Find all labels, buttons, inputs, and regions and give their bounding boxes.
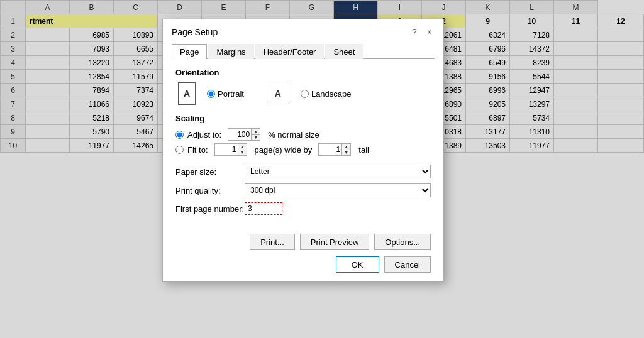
adjust-to-spin-down[interactable]: ▼: [252, 135, 260, 141]
scaling-section: Scaling Adjust to: 100 ▲ ▼ % normal size…: [175, 114, 431, 156]
portrait-radio-label[interactable]: Portrait: [207, 89, 244, 99]
tab-page[interactable]: Page: [172, 44, 207, 59]
print-preview-button[interactable]: Print Preview: [300, 234, 370, 250]
fit-wide-spinners: ▲ ▼: [238, 144, 247, 155]
dialog-footer-buttons: OK Cancel: [163, 256, 443, 281]
tab-header-footer[interactable]: Header/Footer: [255, 44, 325, 59]
adjust-to-input[interactable]: 100: [228, 129, 251, 140]
adjust-to-row: Adjust to: 100 ▲ ▼ % normal size: [175, 128, 431, 141]
orientation-options: A Portrait A Landscape: [175, 82, 431, 105]
fit-wide-spin-up[interactable]: ▲: [238, 144, 247, 150]
adjust-to-spingroup: 100 ▲ ▼: [228, 128, 260, 141]
fit-tall-input[interactable]: 1: [319, 144, 341, 155]
close-button[interactable]: ×: [425, 26, 435, 38]
dialog-tabs: Page Margins Header/Footer Sheet: [172, 43, 435, 59]
fit-tall-spin-down[interactable]: ▼: [342, 150, 350, 156]
dialog-body: Orientation A Portrait A Landscape Scali…: [163, 59, 443, 229]
first-page-number-input[interactable]: [245, 202, 282, 215]
dialog-title: Page Setup: [172, 27, 218, 37]
paper-size-select[interactable]: Letter A4 Legal A3: [245, 165, 431, 178]
portrait-label: Portrait: [218, 89, 244, 99]
fit-wide-spingroup: 1 ▲ ▼: [214, 143, 247, 156]
landscape-icon: A: [267, 85, 289, 102]
first-page-number-row: First page number:: [175, 202, 431, 215]
orientation-label: Orientation: [175, 68, 431, 77]
adjust-to-unit: % normal size: [268, 130, 319, 139]
dialog-titlebar: Page Setup ? ×: [163, 19, 443, 38]
page-setup-dialog: Page Setup ? × Page Margins Header/Foote…: [162, 19, 444, 282]
fit-to-row: Fit to: 1 ▲ ▼ page(s) wide by 1 ▲ ▼: [175, 143, 431, 156]
fit-wide-spin-down[interactable]: ▼: [238, 150, 247, 156]
print-button[interactable]: Print...: [250, 234, 295, 250]
print-quality-label: Print quality:: [175, 186, 245, 195]
landscape-radio-label[interactable]: Landscape: [301, 89, 352, 99]
adjust-to-label: Adjust to:: [187, 130, 221, 139]
ok-button[interactable]: OK: [336, 256, 379, 273]
fit-tall-spingroup: 1 ▲ ▼: [318, 143, 351, 156]
print-quality-select[interactable]: 300 dpi 600 dpi 150 dpi: [245, 183, 431, 197]
help-button[interactable]: ?: [409, 26, 419, 38]
fit-tall-spinners: ▲ ▼: [341, 144, 350, 155]
fit-tall-spin-up[interactable]: ▲: [342, 144, 350, 150]
fit-tall-label: tall: [358, 145, 369, 155]
portrait-icon: A: [178, 82, 196, 105]
fit-wide-label: page(s) wide by: [255, 145, 313, 155]
paper-size-row: Paper size: Letter A4 Legal A3: [175, 165, 431, 178]
adjust-to-spinners: ▲ ▼: [251, 129, 260, 140]
first-page-number-label: First page number:: [175, 204, 245, 214]
adjust-to-spin-up[interactable]: ▲: [252, 129, 260, 135]
dialog-action-buttons: Print... Print Preview Options...: [163, 229, 443, 256]
fit-to-label: Fit to:: [187, 145, 208, 155]
portrait-radio[interactable]: [207, 90, 215, 98]
adjust-to-radio[interactable]: [175, 131, 184, 139]
landscape-label: Landscape: [311, 89, 352, 99]
paper-size-label: Paper size:: [175, 167, 245, 177]
fit-wide-input[interactable]: 1: [215, 144, 238, 155]
dialog-window-controls: ? ×: [409, 26, 435, 38]
orientation-section: Orientation A Portrait A Landscape: [175, 68, 431, 105]
tab-sheet[interactable]: Sheet: [325, 44, 363, 59]
options-button[interactable]: Options...: [374, 234, 431, 250]
fit-to-radio[interactable]: [175, 146, 184, 154]
print-quality-row: Print quality: 300 dpi 600 dpi 150 dpi: [175, 183, 431, 197]
tab-margins[interactable]: Margins: [208, 44, 253, 59]
scaling-label: Scaling: [175, 114, 431, 123]
landscape-radio[interactable]: [301, 90, 309, 98]
cancel-button[interactable]: Cancel: [384, 256, 431, 273]
